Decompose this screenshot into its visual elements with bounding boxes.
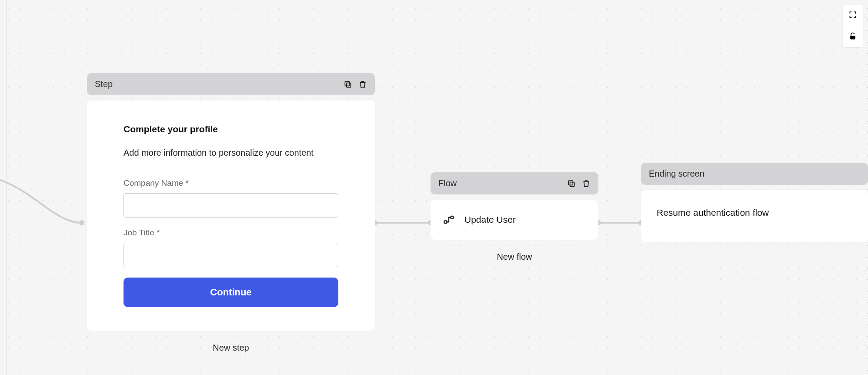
- node-ending-header[interactable]: Ending screen: [641, 163, 868, 185]
- duplicate-icon[interactable]: [344, 80, 352, 89]
- svg-rect-3: [568, 181, 573, 185]
- node-ending-body: Resume authentication flow: [641, 190, 868, 242]
- node-ending-body-label: Resume authentication flow: [657, 208, 769, 218]
- job-title-label: Job Title *: [124, 228, 338, 238]
- canvas-toolbar: [843, 5, 863, 47]
- svg-rect-4: [444, 221, 447, 223]
- edge-shadow-left: [7, 0, 7, 375]
- node-step-header[interactable]: Step: [87, 73, 375, 95]
- node-ending[interactable]: Ending screen Resume authentication flow: [641, 163, 868, 242]
- step-form-subtitle: Add more information to personalize your…: [124, 147, 338, 159]
- node-ending-header-label: Ending screen: [649, 169, 704, 179]
- svg-rect-5: [451, 216, 454, 219]
- node-flow[interactable]: Flow: [431, 172, 598, 262]
- lock-button[interactable]: [843, 26, 863, 47]
- company-name-label: Company Name *: [124, 178, 338, 188]
- fullscreen-button[interactable]: [843, 5, 863, 26]
- svg-rect-1: [345, 81, 349, 86]
- svg-rect-6: [850, 36, 855, 39]
- unlock-icon: [848, 32, 857, 42]
- node-step-footer[interactable]: New step: [87, 343, 375, 353]
- trash-icon[interactable]: [358, 80, 367, 89]
- svg-rect-2: [570, 182, 574, 186]
- node-flow-footer[interactable]: New flow: [431, 252, 598, 262]
- company-name-input[interactable]: [124, 193, 338, 218]
- node-flow-header[interactable]: Flow: [431, 172, 598, 194]
- node-step[interactable]: Step Complete your profil: [87, 73, 375, 353]
- node-flow-body-label: Update User: [464, 214, 516, 225]
- step-form-title: Complete your profile: [124, 124, 338, 134]
- job-title-input[interactable]: [124, 243, 338, 267]
- fullscreen-icon: [848, 10, 857, 20]
- node-step-body: Complete your profile Add more informati…: [87, 100, 375, 331]
- port-step-in[interactable]: [79, 220, 84, 225]
- trash-icon[interactable]: [582, 179, 591, 188]
- node-flow-body: Update User: [431, 200, 598, 240]
- node-step-header-label: Step: [95, 79, 113, 89]
- node-flow-header-label: Flow: [438, 178, 457, 188]
- flow-branch-icon: [443, 214, 455, 226]
- flow-canvas[interactable]: Step Complete your profil: [0, 0, 868, 375]
- duplicate-icon[interactable]: [567, 179, 576, 188]
- continue-button[interactable]: Continue: [124, 278, 338, 307]
- svg-rect-0: [347, 83, 351, 87]
